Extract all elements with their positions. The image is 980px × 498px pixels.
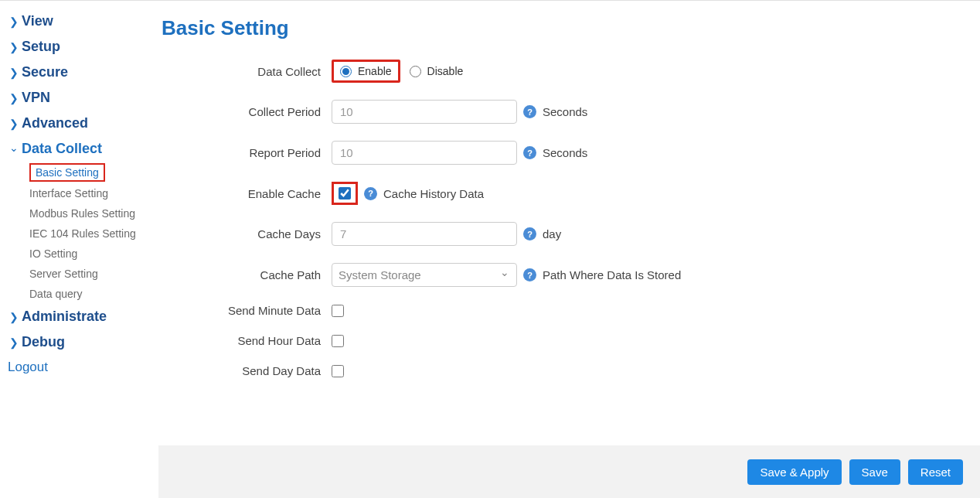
sidebar-label: Advanced (22, 115, 88, 131)
save-button[interactable]: Save (849, 459, 900, 485)
unit-collect-period: Seconds (543, 105, 587, 118)
reset-button[interactable]: Reset (908, 459, 963, 485)
main-content: Basic Setting Data Collect Enable Disabl… (158, 1, 980, 498)
sidebar-label: View (22, 13, 53, 29)
checkbox-send-minute[interactable] (332, 305, 344, 317)
sidebar-item-administrate[interactable]: ❯ Administrate (6, 304, 158, 329)
label-send-hour: Send Hour Data (162, 334, 332, 347)
label-collect-period: Collect Period (162, 105, 332, 118)
chevron-right-icon: ❯ (6, 311, 22, 323)
logout-link[interactable]: Logout (6, 355, 158, 375)
checkbox-enable-cache[interactable] (339, 187, 351, 200)
row-send-day: Send Day Data (162, 364, 980, 377)
sidebar-item-advanced[interactable]: ❯ Advanced (6, 111, 158, 136)
radio-disable-label: Disable (427, 65, 464, 77)
chevron-right-icon: ❯ (6, 336, 22, 349)
radio-enable-label: Enable (358, 65, 392, 77)
hint-cache-path: Path Where Data Is Stored (543, 268, 681, 281)
row-send-hour: Send Hour Data (162, 334, 980, 347)
help-icon[interactable]: ? (523, 146, 536, 159)
sidebar-item-vpn[interactable]: ❯ VPN (6, 85, 158, 111)
page-title: Basic Setting (162, 16, 980, 40)
footer-actions: Save & Apply Save Reset (158, 445, 980, 498)
chevron-right-icon: ❯ (6, 118, 22, 130)
row-report-period: Report Period ? Seconds (162, 141, 980, 165)
sidebar-sub-io-setting[interactable]: IO Setting (29, 244, 158, 264)
help-icon[interactable]: ? (523, 227, 536, 240)
label-data-collect: Data Collect (162, 65, 332, 78)
sidebar-sub-modbus-rules[interactable]: Modbus Rules Setting (29, 203, 158, 223)
save-apply-button[interactable]: Save & Apply (747, 459, 841, 485)
sidebar-item-setup[interactable]: ❯ Setup (6, 34, 158, 60)
sidebar-subitems-data-collect: Basic Setting Interface Setting Modbus R… (6, 162, 158, 304)
row-cache-days: Cache Days ? day (162, 222, 980, 246)
sidebar-sub-iec104-rules[interactable]: IEC 104 Rules Setting (29, 223, 158, 244)
sidebar-sub-data-query[interactable]: Data query (29, 284, 158, 304)
chevron-right-icon: ❯ (6, 92, 22, 104)
label-send-day: Send Day Data (162, 364, 332, 377)
label-enable-cache: Enable Cache (162, 187, 332, 200)
unit-cache-days: day (543, 227, 561, 240)
label-report-period: Report Period (162, 146, 332, 159)
sidebar-label: Setup (22, 39, 60, 55)
row-collect-period: Collect Period ? Seconds (162, 100, 980, 124)
sidebar-sub-interface-setting[interactable]: Interface Setting (29, 183, 158, 203)
chevron-down-icon: ⌄ (6, 142, 22, 154)
select-cache-path[interactable]: System Storage (332, 263, 517, 287)
checkbox-send-hour[interactable] (332, 335, 344, 347)
row-send-minute: Send Minute Data (162, 304, 980, 317)
chevron-right-icon: ❯ (6, 67, 22, 79)
sidebar-label: Data Collect (22, 141, 102, 157)
label-cache-days: Cache Days (162, 227, 332, 240)
help-icon[interactable]: ? (523, 268, 536, 281)
input-cache-days[interactable] (332, 222, 517, 246)
row-enable-cache: Enable Cache ? Cache History Data (162, 182, 980, 205)
chevron-right-icon: ❯ (6, 41, 22, 53)
radio-disable-wrap: Disable (410, 65, 464, 77)
sidebar-item-data-collect[interactable]: ⌄ Data Collect (6, 136, 158, 162)
help-icon[interactable]: ? (523, 105, 536, 118)
sidebar-item-debug[interactable]: ❯ Debug (6, 329, 158, 355)
sidebar: ❯ View ❯ Setup ❯ Secure ❯ VPN ❯ Advanced… (0, 1, 158, 498)
label-cache-path: Cache Path (162, 268, 332, 281)
radio-enable-wrap: Enable (332, 60, 400, 83)
sidebar-label: VPN (22, 90, 50, 106)
unit-report-period: Seconds (543, 146, 587, 159)
checkbox-enable-cache-wrap (332, 182, 358, 205)
label-send-minute: Send Minute Data (162, 304, 332, 317)
sidebar-label: Secure (22, 64, 68, 80)
sidebar-item-view[interactable]: ❯ View (6, 9, 158, 34)
input-report-period[interactable] (332, 141, 517, 165)
sidebar-label: Administrate (22, 309, 107, 325)
sidebar-sub-server-setting[interactable]: Server Setting (29, 264, 158, 284)
sidebar-item-secure[interactable]: ❯ Secure (6, 60, 158, 85)
chevron-right-icon: ❯ (6, 15, 22, 28)
radio-disable[interactable] (410, 66, 421, 77)
checkbox-send-day[interactable] (332, 365, 344, 377)
sidebar-label: Debug (22, 334, 65, 350)
sidebar-sub-basic-setting[interactable]: Basic Setting (29, 163, 105, 182)
row-cache-path: Cache Path System Storage ? Path Where D… (162, 263, 980, 287)
row-data-collect: Data Collect Enable Disable (162, 60, 980, 83)
help-icon[interactable]: ? (364, 187, 377, 200)
radio-enable[interactable] (340, 66, 352, 77)
input-collect-period[interactable] (332, 100, 517, 124)
hint-enable-cache: Cache History Data (383, 187, 484, 200)
